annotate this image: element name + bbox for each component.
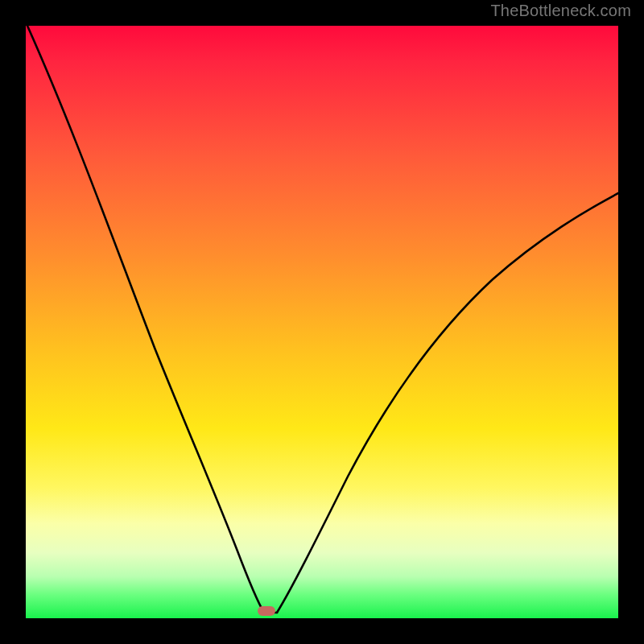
minimum-marker xyxy=(258,606,275,616)
curve-right-branch xyxy=(277,193,618,613)
watermark-text: TheBottleneck.com xyxy=(490,2,631,20)
bottleneck-curve xyxy=(26,26,618,618)
chart-frame: TheBottleneck.com xyxy=(0,0,644,644)
curve-left-branch xyxy=(27,26,264,613)
plot-area xyxy=(26,26,618,618)
